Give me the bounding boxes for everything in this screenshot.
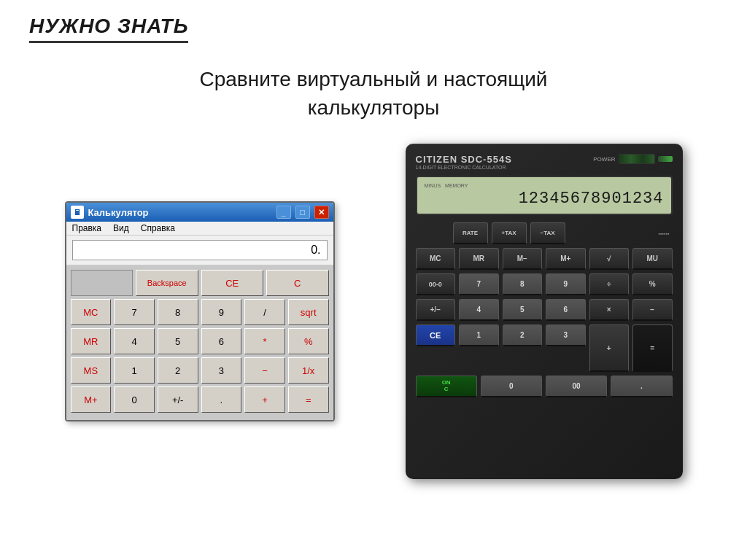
cit-5-button[interactable]: 5 <box>503 299 543 321</box>
display-value: 0. <box>311 244 320 256</box>
minus-indicator: MINUS <box>425 183 441 188</box>
cit-mplus-button[interactable]: M+ <box>546 248 586 270</box>
cit-9-button[interactable]: 9 <box>546 273 586 295</box>
blank-btn <box>71 270 133 296</box>
backspace-button[interactable]: Backspace <box>136 270 198 296</box>
citizen-row-top: RATE +TAX −TAX ▪▪▪▪▪▪ <box>416 222 673 244</box>
citizen-row-5: ONC 0 00 . <box>416 376 673 397</box>
power-label: POWER <box>593 156 615 163</box>
cit-percent-button[interactable]: % <box>632 273 673 295</box>
button-area: Backspace CE C MC 7 8 9 / sqrt MR 4 5 6 … <box>66 265 333 420</box>
cit-subtract-button[interactable]: − <box>632 299 673 321</box>
citizen-row-4: CE 1 2 3 + = <box>416 324 673 372</box>
display-top: MINUS MEMORY <box>425 183 664 188</box>
decimal-button[interactable]: . <box>201 386 242 413</box>
minus-tax-button[interactable]: −TAX <box>530 222 565 244</box>
citizen-power-area: POWER <box>593 154 672 164</box>
virtual-calculator: 🖩 Калькулятор _ □ ✕ Правка Вид Справка 0… <box>65 201 335 421</box>
citizen-tagline: 14-DIGIT ELECTRONIC CALCULATOR <box>416 165 512 170</box>
cit-7-button[interactable]: 7 <box>459 273 499 295</box>
citizen-display: MINUS MEMORY 12345678901234 <box>416 176 673 215</box>
cit-000-button[interactable]: 00-0 <box>416 273 456 295</box>
plusminus-button[interactable]: +/- <box>158 386 198 413</box>
cit-ce-button[interactable]: CE <box>416 324 456 346</box>
percent-button[interactable]: % <box>288 328 329 354</box>
citizen-row-3: +/− 4 5 6 × − <box>416 299 673 321</box>
citizen-button-area: RATE +TAX −TAX ▪▪▪▪▪▪ MC MR M− M+ √ MU 0… <box>416 222 673 397</box>
btn-8[interactable]: 8 <box>158 299 198 325</box>
row-0: Backspace CE C <box>71 270 329 296</box>
citizen-row-1: MC MR M− M+ √ MU <box>416 248 673 270</box>
btn-3[interactable]: 3 <box>201 357 242 384</box>
reciprocal-button[interactable]: 1/x <box>288 357 329 384</box>
row-2: MR 4 5 6 * % <box>71 328 329 354</box>
btn-4[interactable]: 4 <box>114 328 155 354</box>
cit-3-button[interactable]: 3 <box>546 324 586 346</box>
subtitle-line1: Сравните виртуальный и настоящий <box>199 68 547 90</box>
btn-7[interactable]: 7 <box>114 299 155 325</box>
cit-2-button[interactable]: 2 <box>503 324 543 346</box>
cit-mu-button[interactable]: MU <box>632 248 673 270</box>
menu-spravka[interactable]: Справка <box>141 223 175 233</box>
mplus-button[interactable]: M+ <box>71 386 112 413</box>
sqrt-button[interactable]: sqrt <box>288 299 329 325</box>
menu-vid[interactable]: Вид <box>113 223 129 233</box>
cit-equals-button[interactable]: = <box>632 324 673 372</box>
citizen-header: CITIZEN SDC-554S 14-DIGIT ELECTRONIC CAL… <box>416 154 673 170</box>
c-button[interactable]: C <box>266 270 329 296</box>
multiply-button[interactable]: * <box>244 328 285 354</box>
cit-4-button[interactable]: 4 <box>459 299 499 321</box>
btn-0[interactable]: 0 <box>114 386 155 413</box>
cit-sqrt-button[interactable]: √ <box>589 248 630 270</box>
cit-onc-button[interactable]: ONC <box>416 376 477 397</box>
cit-0-button[interactable]: 0 <box>481 376 542 397</box>
display-area: 0. <box>66 236 333 265</box>
btn-9[interactable]: 9 <box>201 299 242 325</box>
subtitle-line2: калькуляторы <box>308 96 440 119</box>
ce-button[interactable]: CE <box>201 270 264 296</box>
divide-button[interactable]: / <box>244 299 285 325</box>
cit-mr-button[interactable]: MR <box>459 248 499 270</box>
cit-00-button[interactable]: 00 <box>546 376 607 397</box>
cit-add-button[interactable]: + <box>589 324 630 372</box>
cit-mminus-button[interactable]: M− <box>503 248 543 270</box>
cit-mc-button[interactable]: MC <box>416 248 456 270</box>
subtract-button[interactable]: − <box>244 357 285 384</box>
maximize-button[interactable]: □ <box>295 206 310 219</box>
indicators: MINUS MEMORY <box>425 183 468 188</box>
cit-multiply-button[interactable]: × <box>589 299 630 321</box>
main-content: 🖩 Калькулятор _ □ ✕ Правка Вид Справка 0… <box>0 144 747 479</box>
page-title: НУЖНО ЗНАТЬ <box>29 15 188 43</box>
citizen-row-2: 00-0 7 8 9 ÷ % <box>416 273 673 295</box>
rate-button[interactable]: RATE <box>453 222 488 244</box>
menu-pravka[interactable]: Правка <box>72 223 102 233</box>
citizen-brand-area: CITIZEN SDC-554S 14-DIGIT ELECTRONIC CAL… <box>416 154 512 170</box>
cit-6-button[interactable]: 6 <box>546 299 586 321</box>
row-3: MS 1 2 3 − 1/x <box>71 357 329 384</box>
mr-button[interactable]: MR <box>71 328 112 354</box>
titlebar-title: Калькулятор <box>88 207 272 218</box>
btn-5[interactable]: 5 <box>158 328 198 354</box>
cit-plusminus-button[interactable]: +/− <box>416 299 456 321</box>
subtitle: Сравните виртуальный и настоящий калькул… <box>29 65 718 122</box>
mc-button[interactable]: MC <box>71 299 112 325</box>
ms-button[interactable]: MS <box>71 357 112 384</box>
cit-decimal-button[interactable]: . <box>611 376 672 397</box>
plus-tax-button[interactable]: +TAX <box>492 222 527 244</box>
close-button[interactable]: ✕ <box>314 206 329 219</box>
add-button[interactable]: + <box>244 386 285 413</box>
row-4: M+ 0 +/- . + = <box>71 386 329 413</box>
equals-button[interactable]: = <box>288 386 329 413</box>
citizen-display-number: 12345678901234 <box>425 190 664 208</box>
btn-6[interactable]: 6 <box>201 328 242 354</box>
cit-1-button[interactable]: 1 <box>459 324 499 346</box>
real-calculator: CITIZEN SDC-554S 14-DIGIT ELECTRONIC CAL… <box>406 144 683 479</box>
minimize-button[interactable]: _ <box>276 206 291 219</box>
cit-8-button[interactable]: 8 <box>503 273 543 295</box>
btn-2[interactable]: 2 <box>158 357 198 384</box>
cit-divide-button[interactable]: ÷ <box>589 273 630 295</box>
segment-indicators: ▪▪▪▪▪▪ <box>569 222 673 244</box>
titlebar: 🖩 Калькулятор _ □ ✕ <box>66 203 333 222</box>
menubar: Правка Вид Справка <box>66 222 333 236</box>
btn-1[interactable]: 1 <box>114 357 155 384</box>
